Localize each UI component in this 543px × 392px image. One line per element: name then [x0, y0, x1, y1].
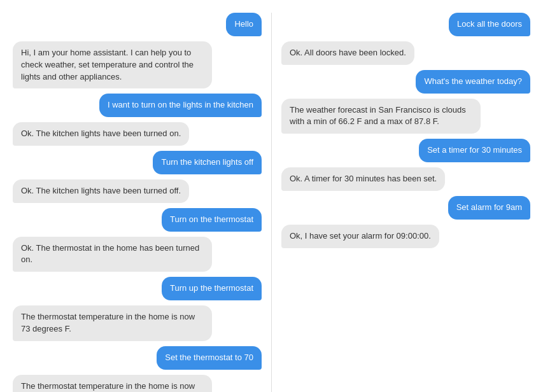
message-row-lights-off-user: Turn the kitchen lights off — [13, 151, 262, 174]
message-row-lock-user: Lock all the doors — [281, 13, 530, 36]
bubble-hello-user[interactable]: Hello — [226, 13, 262, 36]
bubble-thermostat-up-user[interactable]: Turn up the thermostat — [162, 277, 262, 300]
message-row-thermostat-70-assistant: The thermostat temperature in the home i… — [13, 375, 262, 392]
bubble-intro-assistant: Hi, I am your home assistant. I can help… — [13, 41, 212, 89]
message-row-weather-user: What's the weather today? — [281, 70, 530, 94]
message-row-timer-user: Set a timer for 30 minutes — [281, 139, 530, 162]
bubble-thermostat-70-assistant: The thermostat temperature in the home i… — [13, 375, 212, 392]
message-row-thermostat-up-assistant: The thermostat temperature in the home i… — [13, 305, 262, 341]
message-row-weather-assistant: The weather forecast in San Francisco is… — [281, 99, 530, 134]
message-row-thermostat-on-user: Turn on the thermostat — [13, 208, 262, 232]
message-row-lights-on-assistant: Ok. The kitchen lights have been turned … — [13, 122, 262, 146]
message-row-hello-user: Hello — [13, 13, 262, 36]
message-row-alarm-assistant: Ok, I have set your alarm for 09:00:00. — [281, 225, 530, 248]
bubble-alarm-user[interactable]: Set alarm for 9am — [448, 196, 530, 220]
bubble-timer-assistant: Ok. A timer for 30 minutes has been set. — [281, 167, 445, 191]
message-row-timer-assistant: Ok. A timer for 30 minutes has been set. — [281, 167, 530, 191]
bubble-thermostat-on-assistant: Ok. The thermostat in the home has been … — [13, 237, 212, 272]
bubble-thermostat-up-assistant: The thermostat temperature in the home i… — [13, 305, 212, 341]
message-row-alarm-user: Set alarm for 9am — [281, 196, 530, 220]
message-row-lights-off-assistant: Ok. The kitchen lights have been turned … — [13, 179, 262, 203]
message-row-thermostat-up-user: Turn up the thermostat — [13, 277, 262, 300]
bubble-weather-assistant: The weather forecast in San Francisco is… — [281, 99, 481, 134]
message-row-intro-assistant: Hi, I am your home assistant. I can help… — [13, 41, 262, 89]
bubble-timer-user[interactable]: Set a timer for 30 minutes — [419, 139, 530, 162]
bubble-lights-on-user[interactable]: I want to turn on the lights in the kitc… — [99, 94, 262, 117]
bubble-thermostat-on-user[interactable]: Turn on the thermostat — [162, 208, 262, 232]
bubble-lights-off-assistant: Ok. The kitchen lights have been turned … — [13, 179, 189, 203]
bubble-lock-assistant: Ok. All doors have been locked. — [281, 41, 414, 65]
message-row-thermostat-70-user: Set the thermostat to 70 — [13, 346, 262, 370]
column-divider — [271, 13, 272, 392]
bubble-lights-on-assistant: Ok. The kitchen lights have been turned … — [13, 122, 189, 146]
bubble-lock-user[interactable]: Lock all the doors — [449, 13, 530, 36]
bubble-weather-user[interactable]: What's the weather today? — [416, 70, 530, 94]
bubble-thermostat-70-user[interactable]: Set the thermostat to 70 — [157, 346, 262, 370]
bubble-alarm-assistant: Ok, I have set your alarm for 09:00:00. — [281, 225, 439, 248]
bubble-lights-off-user[interactable]: Turn the kitchen lights off — [153, 151, 262, 174]
message-row-lock-assistant: Ok. All doors have been locked. — [281, 41, 530, 65]
chat-container: HelloHi, I am your home assistant. I can… — [0, 0, 543, 392]
message-row-lights-on-user: I want to turn on the lights in the kitc… — [13, 94, 262, 117]
message-row-thermostat-on-assistant: Ok. The thermostat in the home has been … — [13, 237, 262, 272]
right-chat-column: Lock all the doorsOk. All doors have bee… — [275, 13, 537, 392]
left-chat-column: HelloHi, I am your home assistant. I can… — [6, 13, 268, 392]
